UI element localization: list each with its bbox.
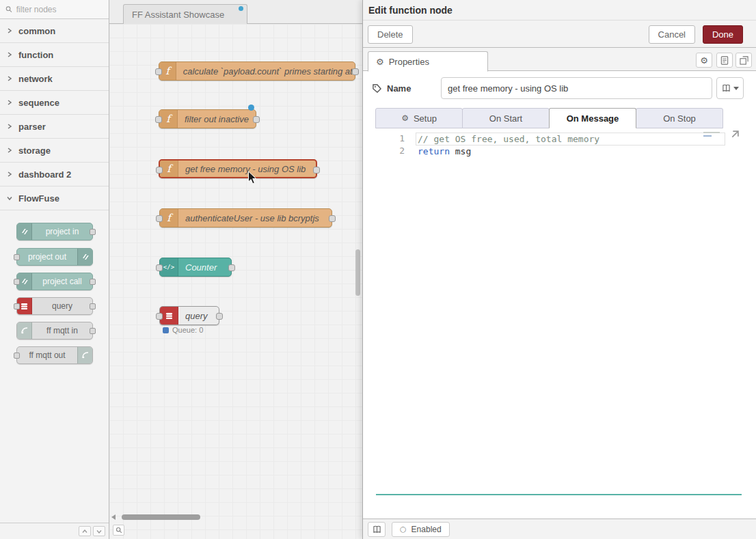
- flow-canvas[interactable]: FF Assistant Showcase f calculate `paylo…: [109, 0, 362, 539]
- tag-icon: [373, 84, 381, 93]
- palette-node-query[interactable]: query: [16, 297, 93, 315]
- workspace-tab[interactable]: FF Assistant Showcase: [123, 4, 247, 24]
- expand-editor-icon[interactable]: [729, 130, 740, 140]
- input-port[interactable]: [14, 254, 20, 260]
- output-port[interactable]: [90, 303, 96, 309]
- template-node-counter[interactable]: </> Counter: [159, 258, 232, 277]
- output-port[interactable]: [313, 167, 320, 174]
- palette-node-ff-mqtt-out[interactable]: ff mqtt out: [16, 346, 93, 364]
- palette-category-network[interactable]: network: [0, 67, 109, 91]
- input-port[interactable]: [156, 167, 163, 174]
- chevron-right-icon: [7, 171, 12, 177]
- function-node-get-free-memory[interactable]: f get free memory - using OS lib: [159, 159, 317, 178]
- output-port[interactable]: [90, 328, 96, 334]
- function-icon: f: [160, 209, 178, 227]
- output-port[interactable]: [216, 313, 223, 320]
- flow-area[interactable]: f calculate `payload.count` primes start…: [109, 24, 362, 539]
- output-port[interactable]: [329, 215, 336, 222]
- enabled-state-icon: ○: [400, 525, 407, 533]
- node-red-editor: common function network sequence parser …: [0, 0, 756, 539]
- input-port[interactable]: [155, 68, 162, 75]
- palette-category-storage[interactable]: storage: [0, 139, 109, 163]
- node-settings-button[interactable]: ⚙: [696, 53, 712, 68]
- document-icon: [720, 56, 729, 65]
- output-port[interactable]: [228, 264, 235, 271]
- input-port[interactable]: [156, 264, 163, 271]
- input-port[interactable]: [14, 303, 20, 309]
- output-port[interactable]: [352, 68, 359, 75]
- name-label-group: Name: [373, 83, 441, 94]
- category-label: sequence: [18, 98, 59, 108]
- code-editor[interactable]: 1 2 // get OS free, used, total memory r…: [376, 128, 742, 495]
- properties-tab-label: Properties: [389, 57, 429, 67]
- workspace-tabbar: FF Assistant Showcase: [109, 0, 362, 24]
- canvas-vertical-scrollbar[interactable]: [355, 249, 360, 296]
- expand-all-button[interactable]: [93, 526, 105, 536]
- tray-title: Edit function node: [368, 5, 453, 16]
- node-help-button[interactable]: [716, 53, 733, 68]
- horizontal-scroll-thumb[interactable]: [122, 514, 200, 520]
- tab-setup[interactable]: ⚙ Setup: [375, 108, 463, 128]
- label-options-button[interactable]: [716, 77, 744, 99]
- palette-search-input[interactable]: [16, 5, 103, 14]
- expand-tray-button[interactable]: [735, 53, 752, 68]
- input-port[interactable]: [14, 353, 20, 359]
- function-node-authenticate-user[interactable]: f authenticateUser - use lib bcryptjs: [159, 208, 332, 227]
- output-port[interactable]: [90, 279, 96, 285]
- tray-tabrow: ⚙ Properties ⚙: [363, 48, 756, 71]
- palette-category-flowfuse[interactable]: FlowFuse: [0, 186, 109, 210]
- function-node-calculate-primes[interactable]: f calculate `payload.count` primes start…: [159, 61, 355, 81]
- palette-node-label: ff mqtt in: [32, 322, 92, 339]
- output-port[interactable]: [90, 229, 96, 235]
- enabled-toggle[interactable]: ○ Enabled: [392, 522, 450, 537]
- output-port[interactable]: [253, 116, 260, 123]
- magnifier-icon: [116, 527, 122, 534]
- delete-button[interactable]: Delete: [368, 25, 413, 44]
- input-port[interactable]: [156, 313, 163, 320]
- palette-node-ff-mqtt-in[interactable]: ff mqtt in: [16, 322, 93, 340]
- keyword-token: return: [418, 146, 450, 156]
- query-node[interactable]: query: [159, 306, 219, 325]
- palette-category-sequence[interactable]: sequence: [0, 91, 109, 115]
- palette-category-common[interactable]: common: [0, 19, 109, 43]
- flow-changed-dot: [239, 6, 243, 11]
- palette-node-project-in[interactable]: project in: [16, 223, 93, 240]
- editor-gutter: 1 2: [376, 128, 414, 494]
- category-label: function: [18, 50, 53, 60]
- tray-header: Edit function node: [363, 0, 756, 20]
- name-input[interactable]: [441, 77, 712, 99]
- palette-node-label: project in: [32, 223, 92, 240]
- input-port[interactable]: [14, 279, 20, 285]
- cancel-button[interactable]: Cancel: [649, 25, 695, 44]
- tab-properties[interactable]: ⚙ Properties: [368, 51, 488, 72]
- node-label: calculate `payload.count` primes startin…: [176, 62, 355, 80]
- mqtt-icon: [77, 347, 92, 363]
- scroll-left-arrow-icon[interactable]: [111, 514, 116, 520]
- caret-down-icon: [733, 87, 739, 90]
- chevron-right-icon: [7, 76, 12, 81]
- node-description-button[interactable]: [368, 522, 386, 537]
- tab-on-start[interactable]: On Start: [462, 108, 550, 128]
- input-port[interactable]: [155, 116, 162, 123]
- node-status: Queue: 0: [163, 326, 203, 334]
- palette-category-dashboard2[interactable]: dashboard 2: [0, 163, 109, 186]
- canvas-search-button[interactable]: [113, 525, 124, 536]
- tab-on-message[interactable]: On Message: [549, 108, 636, 128]
- tab-on-stop[interactable]: On Stop: [636, 108, 723, 128]
- tray-body: Name ⚙ Setup On Start On Message: [363, 72, 756, 519]
- palette-category-parser[interactable]: parser: [0, 115, 109, 139]
- palette-node-label: project out: [17, 249, 77, 265]
- code-line-2: return msg: [416, 146, 742, 158]
- canvas-horizontal-scrollbar[interactable]: [111, 514, 353, 521]
- palette-node-project-out[interactable]: project out: [16, 248, 93, 266]
- palette-search: [0, 0, 109, 19]
- editor-minimap: [703, 132, 721, 137]
- palette-category-function[interactable]: function: [0, 43, 109, 67]
- function-node-filter-inactive[interactable]: f filter out inactive: [159, 109, 256, 128]
- collapse-all-button[interactable]: [79, 526, 91, 536]
- gear-icon: ⚙: [401, 114, 409, 122]
- input-port[interactable]: [156, 215, 163, 222]
- done-button[interactable]: Done: [703, 25, 743, 44]
- tab-label: On Start: [489, 113, 522, 124]
- palette-node-project-call[interactable]: project call: [16, 273, 93, 290]
